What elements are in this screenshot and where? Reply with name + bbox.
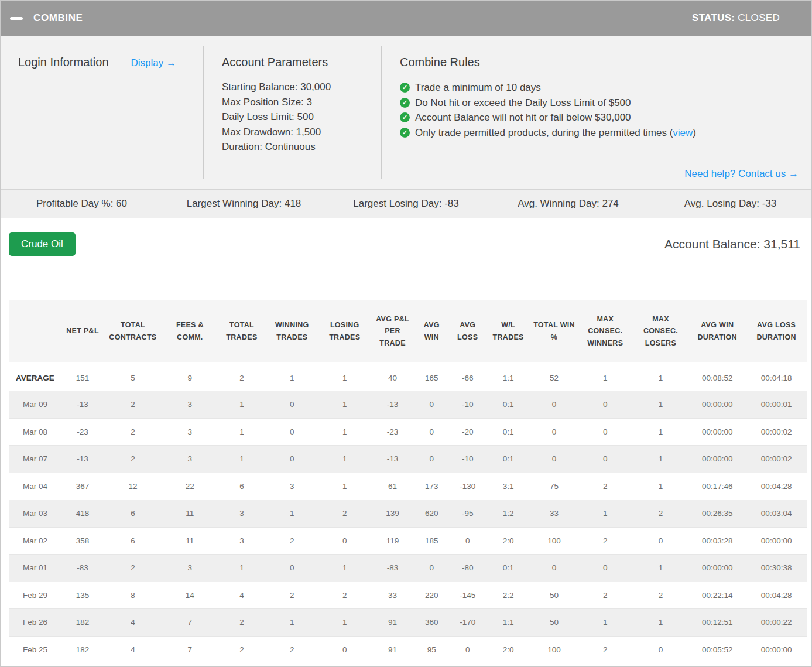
table-cell: 1 — [318, 418, 371, 446]
table-cell: 50 — [530, 582, 577, 609]
table-cell: 2 — [104, 555, 162, 582]
login-information-title: Login Information — [18, 56, 109, 69]
table-cell: 0 — [414, 446, 449, 473]
table-cell: 40 — [371, 364, 414, 391]
table-row: Mar 01-8323101-830-800:100100:00:0000:30… — [9, 555, 807, 582]
table-cell: 100 — [530, 527, 577, 555]
table-cell: 2 — [318, 582, 371, 609]
column-header: MAX CONSEC. WINNERS — [578, 300, 633, 364]
column-header: MAX CONSEC. LOSERS — [633, 300, 688, 364]
table-cell: 185 — [414, 527, 449, 555]
column-header: TOTAL TRADES — [218, 300, 266, 364]
table-row: Feb 261824721191360-1701:1501100:12:5100… — [9, 609, 807, 637]
table-cell: 0 — [530, 418, 577, 446]
table-cell: 1 — [578, 609, 633, 637]
row-label-column-header — [9, 300, 61, 364]
table-cell: 0:1 — [486, 418, 530, 446]
table-cell: -66 — [449, 364, 486, 391]
crude-oil-button[interactable]: Crude Oil — [9, 232, 76, 256]
column-header: AVG P&L PER TRADE — [371, 300, 414, 364]
table-header-row: NET P&LTOTAL CONTRACTSFEES & COMM.TOTAL … — [9, 300, 807, 364]
row-label: Feb 26 — [9, 609, 61, 637]
table-cell: 2 — [578, 473, 633, 500]
table-cell: 00:12:51 — [688, 609, 746, 637]
table-cell: 0 — [578, 391, 633, 419]
table-cell: -10 — [449, 446, 486, 473]
table-cell: 00:03:28 — [688, 527, 746, 555]
table-cell: 2 — [266, 527, 318, 555]
table-cell: 0 — [578, 418, 633, 446]
table-cell: 75 — [530, 473, 577, 500]
row-label: Feb 29 — [9, 582, 61, 609]
table-cell: 0 — [266, 391, 318, 419]
stat-item: Largest Winning Day: 418 — [163, 198, 325, 210]
table-cell: 1 — [578, 364, 633, 391]
column-header: LOSING TRADES — [318, 300, 371, 364]
table-cell: 620 — [414, 500, 449, 528]
table-cell: 2 — [218, 364, 266, 391]
table-cell: 1 — [266, 609, 318, 637]
table-cell: 1 — [218, 391, 266, 419]
table-cell: 00:26:35 — [688, 500, 746, 528]
table-cell: 2 — [266, 636, 318, 663]
table-cell: 0 — [318, 636, 371, 663]
row-label: AVERAGE — [9, 364, 61, 391]
account-parameters-panel: Account Parameters Starting Balance: 30,… — [204, 46, 382, 179]
table-cell: 2 — [104, 418, 162, 446]
table-cell: 14 — [162, 582, 218, 609]
table-cell: 135 — [61, 582, 104, 609]
table-row: Feb 2913581442233220-1452:2502200:22:140… — [9, 582, 807, 609]
info-section: Login Information Display → Account Para… — [1, 36, 811, 189]
table-cell: 12 — [104, 473, 162, 500]
table-cell: 0 — [414, 418, 449, 446]
combine-dashboard: COMBINE STATUS: CLOSED Login Information… — [0, 0, 812, 667]
column-header: WINNING TRADES — [266, 300, 318, 364]
contact-us-link[interactable]: Need help? Contact us → — [684, 168, 799, 180]
table-cell: 165 — [414, 364, 449, 391]
page-title: COMBINE — [33, 12, 83, 24]
table-cell: 0:1 — [486, 391, 530, 419]
table-cell: 1 — [633, 418, 688, 446]
table-cell: 00:00:00 — [688, 555, 746, 582]
table-cell: 6 — [104, 527, 162, 555]
table-cell: 2 — [218, 636, 266, 663]
table-cell: 182 — [61, 636, 104, 663]
table-cell: 00:00:01 — [746, 391, 807, 419]
table-cell: 1 — [578, 500, 633, 528]
table-cell: 2 — [578, 527, 633, 555]
row-label: Mar 02 — [9, 527, 61, 555]
table-cell: 6 — [104, 500, 162, 528]
table-cell: 0 — [414, 555, 449, 582]
table-cell: 00:04:28 — [746, 473, 807, 500]
view-link[interactable]: view — [673, 127, 693, 138]
column-header: TOTAL WIN % — [530, 300, 577, 364]
column-header: AVG WIN DURATION — [688, 300, 746, 364]
column-header: AVG LOSS — [449, 300, 486, 364]
performance-table: NET P&LTOTAL CONTRACTSFEES & COMM.TOTAL … — [9, 300, 807, 663]
table-cell: 2 — [218, 609, 266, 637]
table-cell: 7 — [162, 636, 218, 663]
table-cell: 95 — [414, 636, 449, 663]
table-cell: 2 — [104, 446, 162, 473]
collapse-icon[interactable] — [10, 17, 23, 20]
table-cell: 00:04:28 — [746, 582, 807, 609]
table-cell: -13 — [61, 391, 104, 419]
table-cell: 00:00:00 — [746, 636, 807, 663]
parameter-line: Daily Loss Limit: 500 — [222, 110, 381, 125]
table-cell: 1 — [633, 473, 688, 500]
table-cell: 2 — [318, 500, 371, 528]
column-header: W/L TRADES — [486, 300, 530, 364]
table-cell: 1 — [633, 446, 688, 473]
table-cell: 11 — [162, 527, 218, 555]
table-cell: 2:0 — [486, 636, 530, 663]
combine-rules-panel: Combine Rules Trade a minimum of 10 days… — [382, 46, 811, 179]
table-cell: 151 — [61, 364, 104, 391]
rule-item: Do Not hit or exceed the Daily Loss Limi… — [400, 95, 811, 111]
table-row: Mar 08-2323101-230-200:100100:00:0000:00… — [9, 418, 807, 446]
parameter-line: Duration: Continuous — [222, 139, 381, 155]
account-parameters-list: Starting Balance: 30,000Max Position Siz… — [222, 80, 381, 155]
display-link[interactable]: Display → — [131, 57, 176, 69]
table-header: NET P&LTOTAL CONTRACTSFEES & COMM.TOTAL … — [9, 300, 807, 364]
table-cell: 00:08:52 — [688, 364, 746, 391]
table-row: Mar 04367122263161173-1303:1752100:17:46… — [9, 473, 807, 500]
